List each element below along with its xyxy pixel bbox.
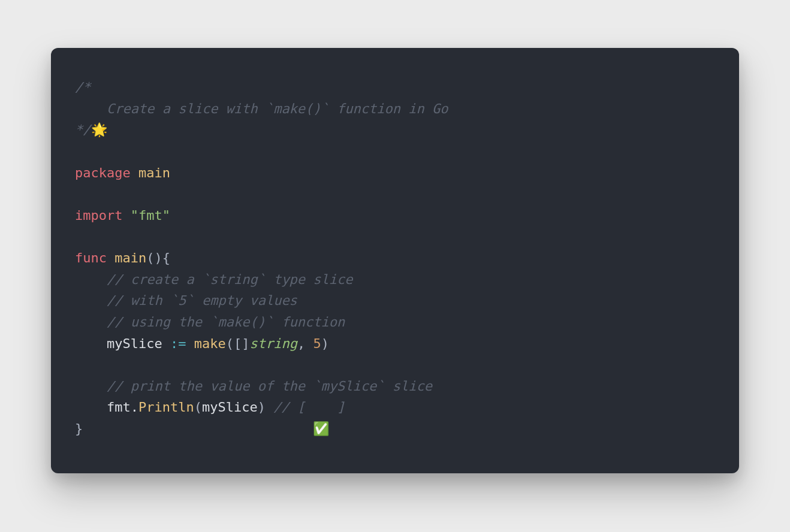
comment-line: // create a `string` type slice <box>107 272 353 287</box>
code-block: /* Create a slice with `make()` function… <box>75 77 715 440</box>
space <box>266 400 273 415</box>
arg: mySlice <box>202 400 258 415</box>
fmt-pkg: fmt <box>107 400 131 415</box>
space <box>162 336 170 351</box>
indent <box>75 272 107 287</box>
comment-line: // print the value of the `mySlice` slic… <box>107 379 432 394</box>
indent <box>75 315 107 330</box>
println-method: Println <box>138 400 194 415</box>
func-name: main <box>114 250 146 265</box>
var-name: mySlice <box>107 336 162 351</box>
padding <box>83 421 313 436</box>
indent <box>75 336 107 351</box>
make-builtin: make <box>194 336 226 351</box>
import-path: "fmt" <box>131 208 170 223</box>
paren-open: ( <box>194 400 202 415</box>
indent <box>75 379 107 394</box>
package-keyword: package <box>75 165 131 180</box>
sparkle-emoji: 🌟 <box>91 122 107 137</box>
checkmark-emoji: ✅ <box>313 421 329 436</box>
indent <box>75 400 107 415</box>
comment-block-indent <box>75 101 107 116</box>
paren-close: ) <box>321 336 329 351</box>
space <box>186 336 194 351</box>
assign-op: := <box>170 336 186 351</box>
space <box>131 165 138 180</box>
slice-type: string <box>249 336 297 351</box>
comment-line: // with `5` empty values <box>107 293 297 308</box>
code-snippet-container: /* Create a slice with `make()` function… <box>51 48 739 473</box>
paren-close: ) <box>258 400 266 415</box>
func-keyword: func <box>75 250 107 265</box>
comment-block-text: Create a slice with `make()` function in… <box>107 101 448 116</box>
import-keyword: import <box>75 208 122 223</box>
comment-block-end: */ <box>75 122 91 137</box>
closing-brace: } <box>75 421 83 436</box>
dot: . <box>131 400 138 415</box>
comment-output: // [ ] <box>273 400 345 415</box>
comma: , <box>297 336 313 351</box>
func-parens: (){ <box>146 250 170 265</box>
comment-block-start: /* <box>75 80 91 95</box>
indent <box>75 293 107 308</box>
comment-line: // using the `make()` function <box>107 315 345 330</box>
paren-open: ([] <box>226 336 250 351</box>
package-name: main <box>138 165 170 180</box>
space <box>122 208 130 223</box>
space <box>107 250 114 265</box>
number-literal: 5 <box>313 336 321 351</box>
